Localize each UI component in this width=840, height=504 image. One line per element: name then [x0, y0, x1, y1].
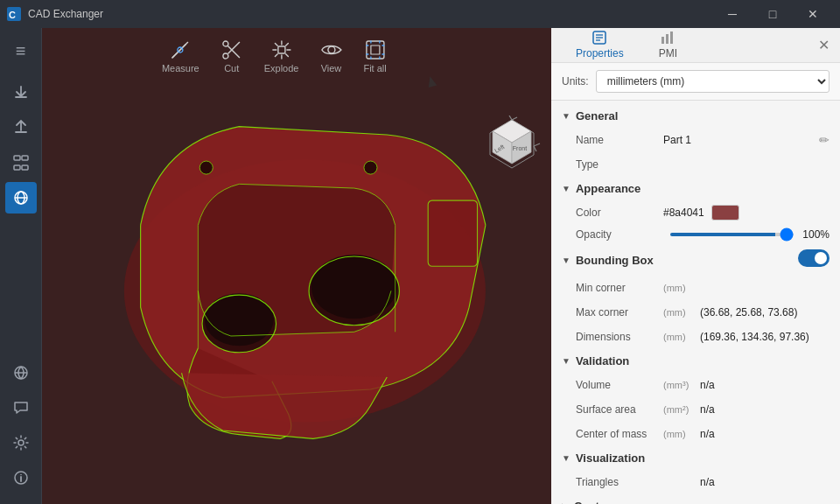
prop-maxcorner-value: (36.68, 25.68, 73.68) [700, 306, 830, 318]
prop-maxcorner-label: Max corner [576, 306, 663, 318]
tab-properties[interactable]: Properties [558, 28, 641, 66]
prop-centerofmass-row: Center of mass (mm) n/a [551, 422, 840, 446]
prop-volume-unit: (mm³) [663, 380, 700, 390]
tab-properties-label: Properties [576, 47, 624, 60]
opacity-value: 100% [799, 228, 830, 241]
custom-title: Custom [574, 500, 616, 504]
svg-point-16 [223, 41, 228, 46]
sidebar-item-globe[interactable] [5, 357, 37, 388]
section-general-header[interactable]: ▼ General [551, 104, 840, 128]
panel-tabs: Properties PMI [558, 28, 815, 66]
svg-point-15 [223, 53, 228, 59]
svg-rect-3 [22, 156, 28, 160]
prop-color-label: Color [576, 206, 663, 219]
title-bar: C CAD Exchanger ─ □ ✕ [0, 0, 840, 28]
visualization-chevron: ▼ [562, 453, 570, 463]
prop-dimensions-row: Dimensions (mm) (169.36, 134.36, 97.36) [551, 325, 840, 349]
opacity-slider-wrap: 100% [670, 228, 830, 241]
prop-volume-label: Volume [576, 379, 663, 391]
bbox-toggle[interactable] [798, 249, 830, 267]
maximize-button[interactable]: □ [752, 0, 793, 28]
sidebar-item-menu[interactable]: ≡ [5, 35, 37, 66]
prop-dimensions-unit: (mm) [663, 332, 700, 342]
prop-dimensions-value: (169.36, 134.36, 97.36) [700, 331, 830, 343]
units-select[interactable]: millimeters (mm) centimeters (cm) meters… [596, 70, 830, 93]
prop-volume-value: n/a [700, 379, 830, 391]
window-controls: ─ □ ✕ [712, 0, 833, 28]
svg-point-24 [205, 293, 274, 346]
view-label: View [321, 63, 342, 74]
svg-rect-47 [662, 37, 664, 44]
toolbar-fitall[interactable]: Fit all [363, 38, 386, 74]
main-layout: ≡ [0, 28, 840, 504]
sidebar: ≡ [0, 28, 42, 504]
prop-dimensions-label: Dimensions [576, 331, 663, 343]
toolbar-view[interactable]: View [319, 38, 342, 74]
tab-pmi[interactable]: PMI [641, 28, 695, 66]
sidebar-item-export[interactable] [5, 112, 37, 144]
sidebar-item-import[interactable] [5, 77, 37, 108]
svg-point-20 [327, 46, 334, 53]
toolbar-measure[interactable]: Measure [162, 38, 200, 74]
svg-rect-31 [428, 200, 477, 266]
bbox-chevron: ▼ [562, 256, 570, 265]
bbox-title: Bounding Box [576, 254, 654, 267]
prop-type-label: Type [576, 158, 663, 171]
prop-name-value: Part 1 [663, 134, 819, 146]
panel-close-button[interactable]: ✕ [815, 33, 833, 57]
units-label: Units: [562, 75, 589, 88]
svg-text:C: C [9, 10, 16, 20]
general-title: General [576, 109, 618, 122]
prop-surfacearea-row: Surface area (mm²) n/a [551, 397, 840, 422]
measure-label: Measure [162, 63, 200, 74]
prop-surfacearea-unit: (mm²) [663, 404, 700, 415]
panel-header: Properties PMI ✕ [551, 28, 840, 63]
minimize-button[interactable]: ─ [712, 0, 752, 28]
prop-name-row: Name Part 1 ✏ [551, 128, 840, 152]
svg-rect-5 [22, 165, 28, 170]
svg-rect-49 [670, 32, 673, 44]
properties-tab-icon [592, 30, 607, 46]
section-visualization-header[interactable]: ▼ Visualization [551, 446, 840, 470]
3d-viewport[interactable]: Measure Cut Explode [42, 28, 551, 504]
color-hex: #8a4041 [663, 206, 704, 219]
sidebar-item-tree[interactable] [5, 147, 37, 178]
color-swatch-box[interactable] [711, 205, 739, 220]
prop-mincorner-unit: (mm) [663, 283, 700, 293]
prop-color-row: Color #8a4041 [551, 200, 840, 225]
sidebar-item-3d[interactable] [5, 182, 37, 214]
sidebar-item-chat[interactable] [5, 392, 37, 424]
sidebar-item-info[interactable] [5, 462, 37, 494]
prop-mincorner-row: Min corner (mm) [551, 276, 840, 300]
prop-triangles-value: n/a [700, 476, 830, 488]
toolbar-cut[interactable]: Cut [220, 38, 243, 74]
opacity-row: Opacity 100% [551, 225, 840, 244]
validation-chevron: ▼ [562, 356, 570, 366]
close-button[interactable]: ✕ [793, 0, 833, 28]
view-cube[interactable]: Front Left [481, 116, 542, 177]
sidebar-item-settings[interactable] [5, 427, 37, 458]
section-custom-header[interactable]: ▶ Custom [551, 494, 840, 504]
section-bbox-header[interactable]: ▼ Bounding Box [551, 244, 840, 276]
prop-centerofmass-label: Center of mass [576, 428, 663, 440]
color-value: #8a4041 [663, 205, 830, 220]
svg-rect-19 [278, 46, 285, 53]
section-appearance-header[interactable]: ▼ Appearance [551, 177, 840, 200]
3d-model[interactable] [42, 28, 551, 475]
toolbar-explode[interactable]: Explode [264, 38, 299, 74]
edit-name-icon[interactable]: ✏ [819, 133, 830, 147]
properties-panel: Properties PMI ✕ Units: millimeters (mm)… [551, 28, 840, 504]
section-validation-header[interactable]: ▼ Validation [551, 349, 840, 373]
opacity-slider[interactable] [670, 233, 794, 236]
svg-point-10 [18, 440, 24, 445]
prop-centerofmass-unit: (mm) [663, 429, 700, 439]
prop-mincorner-label: Min corner [576, 282, 663, 294]
visualization-title: Visualization [576, 452, 645, 465]
title-bar-left: C CAD Exchanger [7, 7, 103, 21]
prop-triangles-label: Triangles [576, 476, 663, 488]
pmi-tab-icon [660, 30, 676, 46]
props-content: ▼ General Name Part 1 ✏ Type ▼ Appearanc… [551, 101, 840, 504]
prop-maxcorner-unit: (mm) [663, 307, 700, 318]
prop-type-row: Type [551, 152, 840, 177]
prop-name-label: Name [576, 134, 663, 146]
